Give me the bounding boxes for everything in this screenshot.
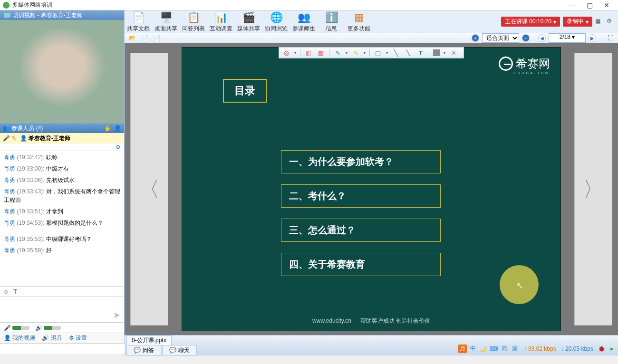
right-panel: 📄共享文档 🖥️桌面共享 📋问答列表 📊互动调查 🎬媒体共享 🌐协同浏览 👥参课… — [125, 10, 618, 343]
fit-select[interactable]: 适合页面 — [482, 33, 519, 43]
slide-item-3: 三、怎么通过？ — [281, 219, 441, 242]
chat-message: 肖勇 (19:33:00): 中级才有 — [4, 164, 120, 173]
tb-media-share[interactable]: 🎬媒体共享 — [235, 10, 262, 33]
chat-message: 肖勇 (19:33:06): 先初级试水 — [4, 176, 120, 184]
color-icon[interactable] — [433, 49, 440, 56]
tb-participants[interactable]: 👥参课师生 — [290, 10, 318, 33]
clear-icon[interactable]: ▦ — [317, 48, 325, 57]
slide-area: 〈 ◎▾ ◧ ▦ ✎▾ ✎▾ ▢▾ ╲ ╲ T ▾ ✕ — [125, 43, 618, 335]
minimize-button[interactable]: — — [564, 1, 581, 9]
mic-control-icon[interactable]: 🎤 — [4, 325, 11, 331]
chat-tools: ☺ T — [0, 286, 124, 297]
maximize-button[interactable]: ▢ — [581, 1, 598, 9]
page-select[interactable]: 2/18 ▾ — [549, 33, 586, 43]
tb-info[interactable]: ℹ️信息 — [318, 10, 345, 33]
upload-speed: ↑ 93.02 kbps — [524, 345, 556, 352]
send-button[interactable]: ➤ — [113, 310, 120, 320]
brand-logo: 希赛网 — [499, 56, 550, 71]
file-tab[interactable]: 0-公开课.pptx — [126, 335, 172, 345]
brand-subtitle: E D U C A T I O N — [513, 71, 548, 75]
mix-button[interactable]: 🔊 混音 — [42, 334, 62, 342]
lecture-status[interactable]: 正在讲课 00:10:20 ▾ — [501, 17, 560, 27]
chat-message: 肖勇 (19:35:53): 中级哪课好考吗？ — [4, 235, 120, 243]
annotation-toolbar: ◎▾ ◧ ▦ ✎▾ ✎▾ ▢▾ ╲ ╲ T ▾ ✕ — [279, 47, 464, 58]
participant-settings-icon[interactable]: 👤 — [114, 125, 121, 132]
mic-volume[interactable] — [12, 326, 29, 330]
presenter-video[interactable] — [0, 20, 124, 124]
slide-item-1: 一、为什么要参加软考？ — [281, 150, 441, 173]
slide-item-2: 二、考什么？ — [281, 184, 441, 208]
line-icon[interactable]: ╲ — [392, 48, 400, 57]
tb-more[interactable]: ▦更多功能 — [345, 10, 373, 33]
slide-footer: www.educity.cn — 帮助客户成功 创造社会价值 — [182, 317, 560, 325]
text-format-button[interactable]: T — [13, 288, 17, 295]
next-page-button[interactable]: ▶ — [589, 34, 596, 42]
tab-qa[interactable]: 💬问答 — [126, 345, 161, 356]
download-speed: ↓ 20.05 kbps — [561, 345, 593, 352]
chat-message: 肖勇 (19:33:51): 才拿到 — [4, 207, 120, 216]
tb-qa-list[interactable]: 📋问答列表 — [180, 10, 207, 33]
speaker-control-icon[interactable]: 🔊 — [35, 325, 42, 331]
ime-indicator[interactable]: 万 中 🌙 ⌨ 简 漏 — [458, 345, 519, 353]
chat-message: 肖勇 (19:33:43): 对，我们系统有两个拿个管理工程师 — [4, 187, 120, 204]
prev-page-button[interactable]: ◀ — [538, 34, 546, 42]
window-title: 多媒体网络培训 — [12, 1, 564, 9]
left-panel: 培训视频 - 希赛教育-王老师 👥 参课人员 (4) ✋👤 🎤 ✎ 👤 希赛教育… — [0, 10, 125, 343]
collapse-toggle[interactable]: ⊖ — [0, 144, 124, 151]
presenter-row[interactable]: 🎤 ✎ 👤 希赛教育-王老师 — [0, 133, 124, 144]
pen-icon[interactable]: ✎ — [333, 48, 342, 57]
tb-survey[interactable]: 📊互动调查 — [207, 10, 235, 33]
participants-icon: 👥 — [3, 125, 11, 132]
participants-label: 参课人员 (4) — [11, 125, 43, 132]
tb-cobrowse[interactable]: 🌐协同浏览 — [262, 10, 290, 33]
ime-logo-icon: 万 — [458, 345, 467, 353]
record-status[interactable]: 录制中 ▾ — [563, 17, 592, 27]
chat-history[interactable]: 肖勇 (19:32:42): 职称 肖勇 (19:33:00): 中级才有 肖勇… — [0, 151, 124, 286]
slide-prev[interactable]: 〈 — [130, 53, 168, 326]
zoom-in-button[interactable]: + — [472, 34, 479, 42]
close-button[interactable]: ✕ — [598, 1, 615, 9]
line2-icon[interactable]: ╲ — [404, 48, 413, 57]
slide-next[interactable]: 〉 — [574, 53, 612, 326]
video-icon — [4, 13, 10, 18]
status-icon-2[interactable]: ● — [610, 345, 613, 352]
emoji-button[interactable]: ☺ — [3, 288, 9, 295]
chat-input[interactable]: ➤ — [0, 297, 124, 322]
settings-gear-icon[interactable]: ⚙ — [607, 18, 615, 26]
add-doc-icon[interactable]: 📄 — [140, 33, 149, 43]
close-anno-icon[interactable]: ✕ — [449, 48, 458, 57]
audio-controls: 🎤 🔊 — [0, 322, 124, 333]
slide-heading: 目录 — [223, 79, 267, 103]
raise-hand-icon[interactable]: ✋ — [104, 125, 111, 132]
chat-message: 肖勇 (19:34:53): 那模拟题做的是什么？ — [4, 219, 120, 227]
open-folder-icon[interactable]: 📂 — [127, 33, 137, 43]
keyboard-icon: ⌨ — [490, 345, 498, 353]
target-icon[interactable]: ◎ — [282, 48, 290, 57]
tb-share-doc[interactable]: 📄共享文档 — [125, 10, 152, 33]
video-title: 培训视频 - 希赛教育-王老师 — [13, 11, 83, 19]
rect-icon[interactable]: ▢ — [374, 48, 382, 57]
user-icon: 👤 — [20, 135, 27, 142]
app-icon — [3, 2, 10, 9]
mic-icon: 🎤 — [3, 135, 10, 142]
layout-grid-icon[interactable]: ▦ — [595, 18, 604, 26]
my-video-button[interactable]: 👤 我的视频 — [4, 334, 35, 342]
chat-message: 肖勇 (19:32:42): 职称 — [4, 153, 120, 162]
tab-chat[interactable]: 💬聊天 — [162, 345, 197, 356]
eraser-icon[interactable]: ◧ — [304, 48, 313, 57]
fullscreen-icon[interactable]: ⛶ — [606, 33, 615, 43]
bottom-controls: 👤 我的视频 🔊 混音 ⚙ 设置 — [0, 333, 124, 343]
participants-bar[interactable]: 👥 参课人员 (4) ✋👤 — [0, 124, 124, 133]
highlighter-icon[interactable]: ✎ — [351, 48, 360, 57]
status-icon-1[interactable]: 🐞 — [598, 345, 605, 352]
main-toolbar: 📄共享文档 🖥️桌面共享 📋问答列表 📊互动调查 🎬媒体共享 🌐协同浏览 👥参课… — [125, 10, 618, 33]
speaker-volume[interactable] — [44, 326, 61, 330]
text-icon[interactable]: T — [416, 48, 425, 57]
settings-button[interactable]: ⚙ 设置 — [69, 334, 87, 342]
slide-content: ◎▾ ◧ ▦ ✎▾ ✎▾ ▢▾ ╲ ╲ T ▾ ✕ 希赛网 E D U C A … — [182, 47, 561, 331]
moon-icon: 🌙 — [479, 345, 488, 353]
remove-doc-icon[interactable]: 📄 — [152, 33, 162, 43]
zoom-out-button[interactable]: − — [522, 34, 530, 42]
file-tabs-row: 0-公开课.pptx — [125, 335, 618, 345]
tb-share-desktop[interactable]: 🖥️桌面共享 — [152, 10, 180, 33]
